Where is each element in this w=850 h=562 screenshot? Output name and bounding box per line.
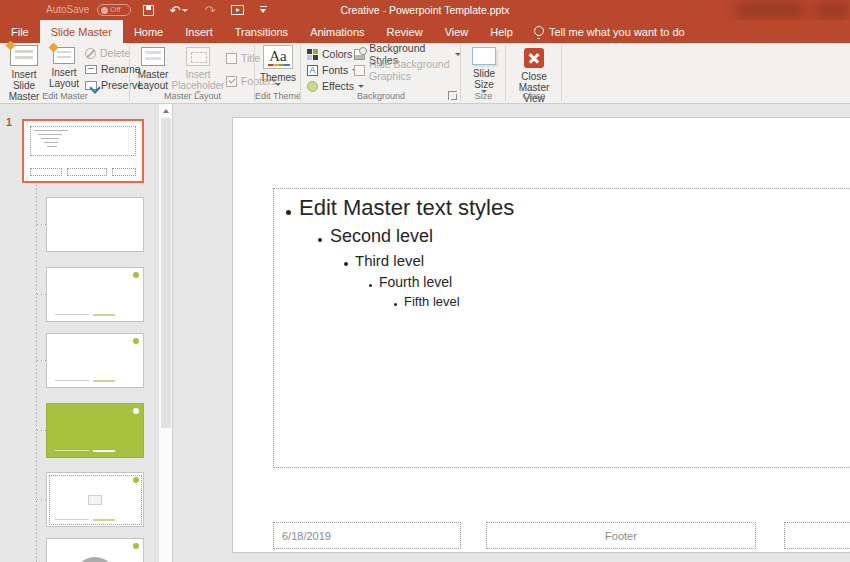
group-separator	[561, 45, 562, 101]
layout-tree-connector	[36, 185, 37, 562]
master-text-placeholder[interactable]: Edit Master text styles Second level Thi…	[273, 188, 850, 468]
insert-slide-master-icon	[10, 45, 38, 66]
start-slideshow-button[interactable]	[229, 2, 245, 18]
scrollbar-thumb[interactable]	[161, 118, 171, 428]
close-master-view-icon	[524, 48, 544, 68]
new-star-icon	[49, 43, 59, 53]
autosave-state-label: Off	[110, 6, 121, 14]
tab-help[interactable]: Help	[479, 20, 524, 43]
tab-home[interactable]: Home	[123, 20, 174, 43]
bullet-level-1-text: Edit Master text styles	[299, 193, 514, 223]
themes-caret-icon	[275, 83, 281, 86]
tab-view[interactable]: View	[434, 20, 480, 43]
blurred-region	[735, 2, 805, 18]
delete-label: Delete	[100, 47, 130, 59]
insert-layout-button[interactable]: Insert Layout	[47, 45, 81, 89]
group-label-close: Close	[506, 91, 562, 101]
powerpoint-window: AutoSave Off ↶ ↷ Creative - Powerpoint T…	[0, 0, 850, 562]
effects-caret-icon	[358, 85, 364, 88]
slide-canvas[interactable]: Edit Master text styles Second level Thi…	[232, 117, 850, 553]
insert-layout-label: Insert Layout	[47, 67, 81, 89]
master-layout-button[interactable]: Master Layout	[134, 45, 172, 91]
thumbnail-layout-5[interactable]	[46, 472, 144, 527]
slide-editor-area: Edit Master text styles Second level Thi…	[173, 104, 850, 562]
mini-footer-line	[55, 380, 89, 381]
group-label-edit-master: Edit Master	[0, 91, 130, 101]
thumbnail-layout-3[interactable]	[46, 333, 144, 388]
thumbnail-panel-scrollbar[interactable]	[158, 104, 172, 562]
undo-button[interactable]: ↶	[167, 2, 191, 18]
tell-me-box[interactable]: Tell me what you want to do	[524, 20, 695, 43]
tab-slide-master[interactable]: Slide Master	[40, 20, 123, 43]
mini-accent-line	[93, 380, 115, 382]
background-dialog-launcher-icon[interactable]	[448, 91, 457, 100]
rename-icon	[85, 65, 97, 74]
redo-button: ↷	[202, 2, 218, 18]
mini-date-placeholder	[30, 168, 62, 176]
title-checkbox-icon	[226, 53, 237, 64]
footer-placeholder[interactable]: Footer	[486, 522, 756, 549]
scrollbar-up-arrow-icon[interactable]	[159, 104, 173, 117]
group-label-size: Size	[461, 91, 506, 101]
themes-button[interactable]: Aa Themes	[259, 45, 297, 86]
title-bar: AutoSave Off ↶ ↷ Creative - Powerpoint T…	[0, 0, 850, 20]
date-text: 6/18/2019	[282, 530, 331, 542]
bullet-icon	[394, 303, 397, 306]
ribbon-group-background: Colors A Fonts Effects Background Styles	[301, 43, 461, 103]
group-label-background: Background	[301, 91, 461, 101]
ribbon-group-edit-master: Insert Slide Master Insert Layout Delete…	[0, 43, 130, 103]
background-styles-icon	[354, 49, 365, 60]
date-placeholder[interactable]: 6/18/2019	[273, 522, 461, 549]
thumbnail-layout-2[interactable]	[46, 267, 144, 322]
tell-me-label: Tell me what you want to do	[549, 26, 685, 38]
autosave-toggle[interactable]: Off	[97, 4, 131, 16]
slide-number-placeholder[interactable]	[784, 522, 850, 549]
bullet-level-3-text: Third level	[355, 249, 424, 272]
fonts-label: Fonts	[322, 64, 348, 76]
tab-review[interactable]: Review	[376, 20, 434, 43]
save-button[interactable]	[140, 2, 156, 18]
bullet-icon	[344, 262, 348, 266]
ribbon-tab-row: File Slide Master Home Insert Transition…	[0, 20, 850, 43]
themes-label: Themes	[260, 72, 296, 83]
tab-file[interactable]: File	[0, 20, 40, 43]
thumbnail-slide-master[interactable]	[22, 119, 144, 183]
bullet-level-5-text: Fifth level	[404, 292, 460, 311]
bullet-icon	[318, 238, 322, 242]
insert-placeholder-label: Insert Placeholder	[172, 69, 225, 91]
accent-dot-icon	[133, 408, 139, 414]
autosave-toggle-knob	[101, 7, 108, 14]
customize-qat-button[interactable]	[256, 2, 272, 18]
ribbon: Insert Slide Master Insert Layout Delete…	[0, 43, 850, 104]
themes-icon: Aa	[263, 45, 293, 69]
fonts-icon: A	[307, 65, 318, 76]
hide-background-graphics-checkbox: Hide Background Graphics	[354, 63, 461, 77]
slide-size-button[interactable]: Slide Size	[466, 45, 502, 93]
accent-dot-icon	[133, 338, 139, 344]
blurred-region	[815, 2, 850, 18]
picture-placeholder-icon	[88, 495, 102, 505]
group-label-master-layout: Master Layout	[130, 91, 255, 101]
thumbnail-layout-1[interactable]	[46, 197, 144, 252]
slide-number-label: 1	[6, 116, 12, 128]
fonts-button[interactable]: A Fonts	[307, 63, 358, 77]
insert-placeholder-button: Insert Placeholder	[174, 45, 222, 94]
mini-accent-line	[93, 519, 115, 521]
bullet-level-4-text: Fourth level	[379, 272, 452, 292]
footer-text: Footer	[605, 530, 637, 542]
effects-icon	[307, 81, 318, 92]
mini-footer-line	[55, 519, 89, 520]
thumbnail-layout-4[interactable]	[46, 403, 144, 458]
accent-dot-icon	[133, 272, 139, 278]
customize-qat-icon	[260, 6, 268, 14]
mini-footer-line	[55, 450, 89, 451]
tab-transitions[interactable]: Transitions	[224, 20, 299, 43]
ribbon-group-master-layout: Master Layout Insert Placeholder Title F…	[130, 43, 255, 103]
thumbnail-layout-6[interactable]	[46, 538, 144, 562]
delete-icon	[85, 48, 96, 59]
slide-size-label: Slide Size	[466, 68, 502, 90]
bullet-level-3: Third level	[274, 249, 850, 272]
tab-insert[interactable]: Insert	[174, 20, 224, 43]
insert-placeholder-icon	[186, 47, 210, 66]
tab-animations[interactable]: Animations	[299, 20, 375, 43]
